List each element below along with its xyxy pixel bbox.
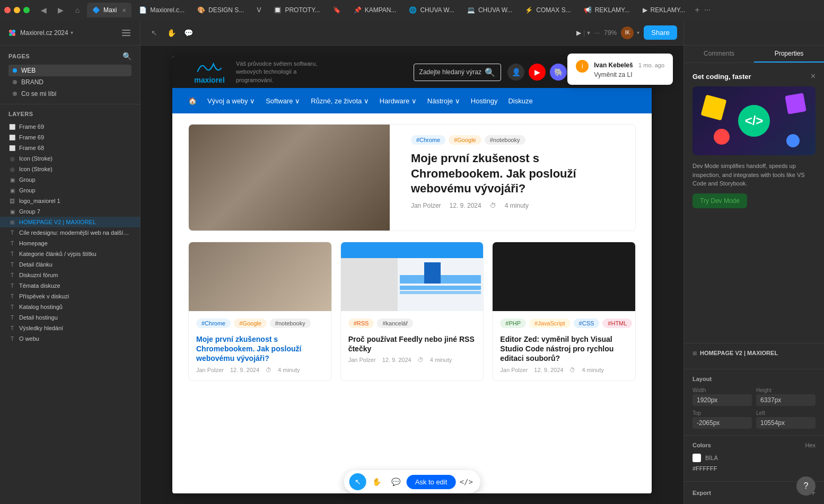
layers-toggle-button[interactable] [119, 25, 134, 40]
card-title-1[interactable]: Moje první zkušenost s Chromebookem. Jak… [196, 334, 324, 364]
card-title-3[interactable]: Editor Zed: vyměnil bych Visual Studio C… [500, 334, 628, 364]
cursor-tool-button[interactable]: ↖ [349, 473, 366, 490]
user-icon-button[interactable]: 👤 [507, 64, 524, 81]
tag-notebooky[interactable]: #notebooky [485, 135, 525, 145]
layer-icon-stroke-1[interactable]: ◎ Icon (Stroke) [0, 153, 140, 164]
tag-google[interactable]: #Google [449, 135, 481, 145]
nav-home[interactable]: 🏠 [188, 97, 197, 105]
search-icon[interactable]: 🔍 [485, 67, 495, 77]
figma-menu-button[interactable]: Maxiorel.cz 2024 ▾ [6, 27, 73, 39]
tag-chrome[interactable]: #Chrome [411, 135, 445, 145]
mastodon-icon-button[interactable]: 🐘 [550, 64, 567, 81]
tag[interactable]: #kancelář [377, 319, 413, 328]
close-traffic-light[interactable] [4, 7, 11, 13]
move-tool-button[interactable]: ↖ [147, 25, 162, 40]
comment-tool-button[interactable]: 💬 [181, 25, 196, 40]
home-icon[interactable]: ⌂ [70, 3, 85, 17]
share-button[interactable]: Share [644, 25, 677, 40]
back-icon[interactable]: ◀ [36, 3, 51, 17]
card-title-2[interactable]: Proč používat Feedly nebo jiné RSS čtečk… [348, 334, 476, 353]
add-tab-button[interactable]: + [695, 5, 699, 15]
page-item-brand[interactable]: BRAND [8, 76, 132, 88]
nav-nastroje[interactable]: Nástroje ∨ [427, 97, 460, 105]
layer-frame68[interactable]: ⬜ Frame 68 [0, 143, 140, 153]
site-search-bar[interactable]: Zadejte hledaný výraz 🔍 [414, 64, 501, 81]
nav-vyvoj[interactable]: Vývoj a weby ∨ [207, 97, 255, 105]
tab-properties[interactable]: Properties [754, 46, 824, 63]
tab-prototy[interactable]: 🔲 PROTOTY... [268, 3, 325, 17]
play-button[interactable]: ▶ | ▾ [576, 29, 590, 37]
tab-favicon: 🌐 [409, 6, 417, 14]
tag[interactable]: #Google [234, 319, 267, 328]
layer-group-1[interactable]: ▣ Group [0, 174, 140, 185]
help-button[interactable]: ? [796, 476, 816, 496]
notification-content: Ivan Kebeleš 1 mo. ago Vyměnit za LI [594, 60, 664, 78]
tab-maxi[interactable]: 🔷 Maxi ✕ [87, 3, 132, 17]
tag[interactable]: #notebooky [270, 319, 311, 328]
layer-homepage-v2[interactable]: ⊞ HOMEPAGE V2 | MAXIOREL [0, 217, 140, 227]
layer-detail-hostingu[interactable]: T Detail hostingu [0, 312, 140, 323]
hand-tool-button[interactable]: ✋ [164, 25, 179, 40]
tab-chuva1[interactable]: 🌐 CHUVA W... [404, 3, 459, 17]
layer-cile[interactable]: T Cíle redesignu: modernější web na dalš… [0, 227, 140, 238]
ask-to-edit-button[interactable]: Ask to edit [407, 475, 456, 489]
tag[interactable]: #RSS [348, 319, 374, 328]
layer-homepage[interactable]: T Homepage [0, 238, 140, 249]
tab-reklamy2[interactable]: ▶ REKLAMY... [637, 3, 691, 17]
layer-prispevek[interactable]: T Příspěvek v diskuzi [0, 291, 140, 302]
try-devmode-button[interactable]: Try Dev Mode [692, 193, 747, 208]
article-read-time: 4 minuty [505, 202, 529, 209]
layer-logo[interactable]: 🖼 logo_maxiorel 1 [0, 196, 140, 206]
nav-software[interactable]: Software ∨ [266, 97, 300, 105]
forward-icon[interactable]: ▶ [53, 3, 68, 17]
youtube-icon-button[interactable]: ▶ [529, 64, 546, 81]
layer-group7[interactable]: ▣ Group 7 [0, 206, 140, 217]
layer-frame69-1[interactable]: ⬜ Frame 69 [0, 121, 140, 132]
colors-format[interactable]: Hex [805, 442, 816, 448]
comment-tool-button[interactable]: 💬 [388, 473, 405, 490]
layer-katalog[interactable]: T Katalog hostingů [0, 302, 140, 312]
tag[interactable]: #JavaScript [529, 319, 570, 328]
tab-chuva2[interactable]: 💻 CHUVA W... [462, 3, 518, 17]
tab-comments[interactable]: Comments [684, 46, 754, 63]
tab-bookmark[interactable]: 🔖 [328, 3, 346, 17]
layer-vysledky[interactable]: T Výsledky hledání [0, 323, 140, 333]
tab-maxiorel[interactable]: 📄 Maxiorel.c... [134, 3, 190, 17]
export-title: Export [692, 490, 711, 496]
page-item-web[interactable]: WEB [8, 65, 132, 76]
tag[interactable]: #HTML [602, 319, 632, 328]
tab-reklamy1[interactable]: 📢 REKLAMY... [578, 3, 635, 17]
tab-v[interactable]: V [251, 3, 266, 17]
page-item-likes[interactable]: Co se mi líbí [8, 88, 132, 100]
tag[interactable]: #Chrome [196, 319, 231, 328]
nav-ruzne[interactable]: Různé, ze života ∨ [311, 97, 369, 105]
layer-frame69-2[interactable]: ⬜ Frame 69 [0, 132, 140, 143]
card-read-time: 4 minuty [430, 357, 452, 363]
search-icon[interactable]: 🔍 [122, 52, 132, 60]
layer-diskuzni-forum[interactable]: T Diskuzní fórum [0, 270, 140, 280]
tab-close-icon[interactable]: ✕ [122, 7, 126, 13]
layer-temata-diskuze[interactable]: T Témata diskuze [0, 280, 140, 291]
layer-detail-clanku[interactable]: T Detail článku [0, 259, 140, 270]
tag[interactable]: #PHP [500, 319, 526, 328]
tag[interactable]: #CSS [574, 319, 600, 328]
sidebar-toggle-icon[interactable] [119, 25, 134, 40]
maximize-traffic-light[interactable] [23, 7, 30, 13]
canvas-content[interactable]: maxiorel Váš průvodce světem softwaru, w… [141, 46, 683, 504]
more-tabs-button[interactable]: ⋯ [704, 6, 711, 14]
tab-kampan[interactable]: 📌 KAMPAN... [348, 3, 402, 17]
close-icon[interactable]: × [811, 72, 816, 81]
nav-hostingy[interactable]: Hostingy [471, 97, 498, 105]
layer-kategorie[interactable]: T Kategorie článků / výpis štítku [0, 249, 140, 259]
code-view-button[interactable]: </> [458, 473, 475, 490]
layer-icon-stroke-2[interactable]: ◎ Icon (Stroke) [0, 164, 140, 174]
hand-tool-button[interactable]: ✋ [369, 473, 385, 490]
minimize-traffic-light[interactable] [14, 7, 20, 13]
tab-design[interactable]: 🎨 DESIGN S... [192, 3, 249, 17]
tab-comax[interactable]: ⚡ COMAX S... [520, 3, 576, 17]
layer-group-2[interactable]: ▣ Group [0, 185, 140, 196]
nav-diskuze[interactable]: Diskuze [508, 97, 532, 105]
nav-hardware[interactable]: Hardware ∨ [380, 97, 417, 105]
card-body-1: #Chrome #Google #notebooky Moje první zk… [189, 311, 331, 381]
layer-o-webu[interactable]: T O webu [0, 333, 140, 344]
